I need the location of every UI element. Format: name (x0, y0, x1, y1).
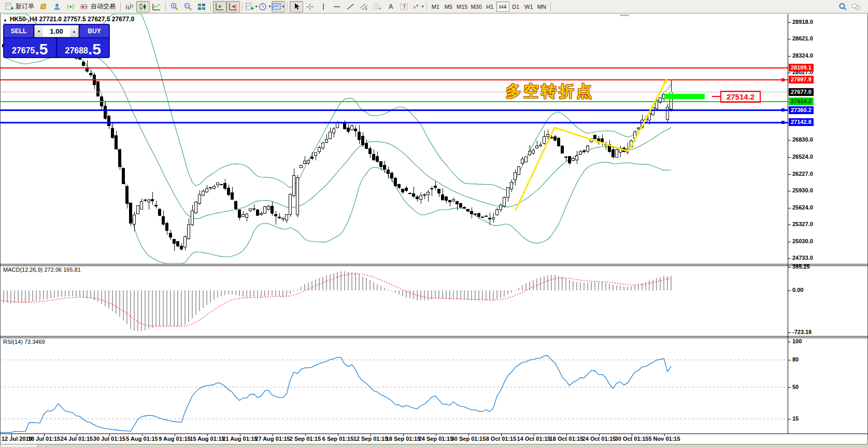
buy-price-button[interactable]: 27688 .5 (58, 38, 109, 57)
volume-up-button[interactable]: ▲ (70, 25, 78, 37)
price-tag-anchor (781, 108, 785, 111)
rsi-line (0, 356, 671, 433)
sell-price-frac: .5 (35, 43, 48, 56)
price-tag: 27677.0 (789, 88, 814, 96)
buy-price-frac: .5 (88, 43, 101, 56)
price-tag-anchor (781, 78, 785, 81)
price-tag: 27360.2 (789, 106, 814, 114)
price-tag-anchor (781, 121, 785, 124)
buy-price-int: 27688 (65, 46, 88, 56)
sell-price-button[interactable]: 27675 .5 (4, 38, 56, 57)
buy-button[interactable]: BUY (80, 25, 109, 37)
volume-input[interactable] (43, 25, 70, 37)
price-tag: 28109.1 (789, 64, 814, 72)
macd-signal-line (0, 274, 671, 326)
turning-point-annotation[interactable]: 多空转折点 (506, 81, 594, 102)
candlestick-series (3, 40, 673, 251)
price-tag: 27514.2 (789, 97, 814, 105)
volume-down-button[interactable]: ▼ (35, 25, 43, 37)
sell-button[interactable]: SELL (4, 25, 33, 37)
price-label-annotation[interactable]: 27514.2 (720, 91, 761, 103)
one-click-trading-panel: SELL ▼ ▲ BUY 27675 .5 27688 .5 (3, 24, 110, 58)
highlight-bar[interactable] (664, 94, 705, 99)
sell-price-int: 27675 (12, 46, 35, 56)
macd-histogram (4, 271, 671, 331)
axis-ticks (11, 22, 791, 436)
price-tag: 27897.9 (789, 76, 814, 83)
chart-canvas[interactable] (0, 0, 868, 447)
price-tag: 27142.8 (789, 118, 814, 126)
